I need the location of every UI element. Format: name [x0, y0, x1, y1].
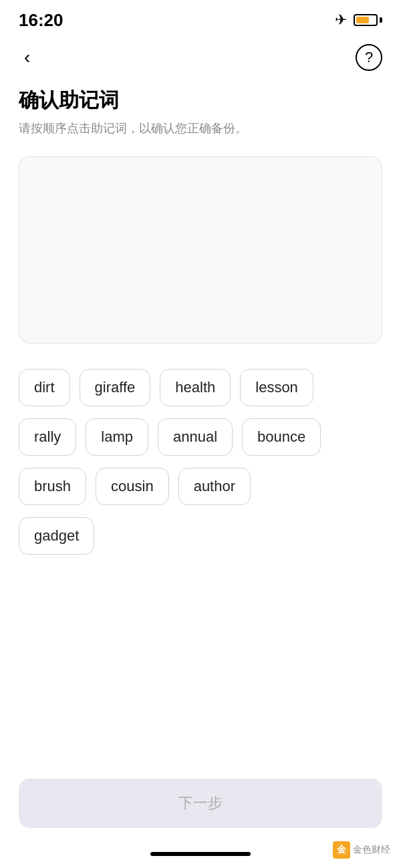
- next-button[interactable]: 下一步: [19, 778, 382, 828]
- words-row-1: dirt giraffe health lesson: [19, 369, 382, 406]
- words-row-4: gadget: [19, 517, 382, 555]
- words-section: dirt giraffe health lesson rally lamp an…: [0, 358, 401, 577]
- home-indicator: [150, 852, 251, 856]
- battery-fill: [356, 17, 369, 23]
- watermark-text: 金色财经: [353, 844, 390, 856]
- word-chip-rally[interactable]: rally: [19, 418, 76, 456]
- word-chip-cousin[interactable]: cousin: [96, 468, 169, 505]
- battery-icon: [354, 14, 382, 26]
- word-chip-giraffe[interactable]: giraffe: [80, 369, 151, 406]
- help-button[interactable]: ?: [356, 44, 382, 71]
- words-row-2: rally lamp annual bounce: [19, 418, 382, 456]
- phrase-box: [19, 156, 382, 343]
- watermark-icon: 金: [333, 841, 350, 859]
- word-chip-dirt[interactable]: dirt: [19, 369, 70, 406]
- page-header: 确认助记词 请按顺序点击助记词，以确认您正确备份。: [0, 78, 401, 142]
- battery-tip: [380, 17, 382, 23]
- word-chip-author[interactable]: author: [178, 468, 251, 505]
- back-button[interactable]: ‹: [19, 44, 35, 71]
- page-subtitle: 请按顺序点击助记词，以确认您正确备份。: [19, 120, 382, 138]
- status-bar: 16:20 ✈: [0, 0, 401, 37]
- word-chip-lesson[interactable]: lesson: [240, 369, 313, 406]
- status-icons: ✈: [335, 11, 382, 29]
- word-chip-bounce[interactable]: bounce: [242, 418, 321, 456]
- watermark: 金 金色财经: [333, 841, 390, 859]
- words-row-3: brush cousin author: [19, 468, 382, 505]
- bottom-area: 下一步: [19, 778, 382, 828]
- status-time: 16:20: [19, 10, 63, 31]
- word-chip-gadget[interactable]: gadget: [19, 517, 94, 555]
- nav-bar: ‹ ?: [0, 37, 401, 78]
- battery-body: [354, 14, 378, 26]
- page-title: 确认助记词: [19, 87, 382, 114]
- airplane-icon: ✈: [335, 11, 347, 29]
- word-chip-health[interactable]: health: [160, 369, 231, 406]
- word-chip-lamp[interactable]: lamp: [86, 418, 148, 456]
- word-chip-brush[interactable]: brush: [19, 468, 86, 505]
- word-chip-annual[interactable]: annual: [158, 418, 233, 456]
